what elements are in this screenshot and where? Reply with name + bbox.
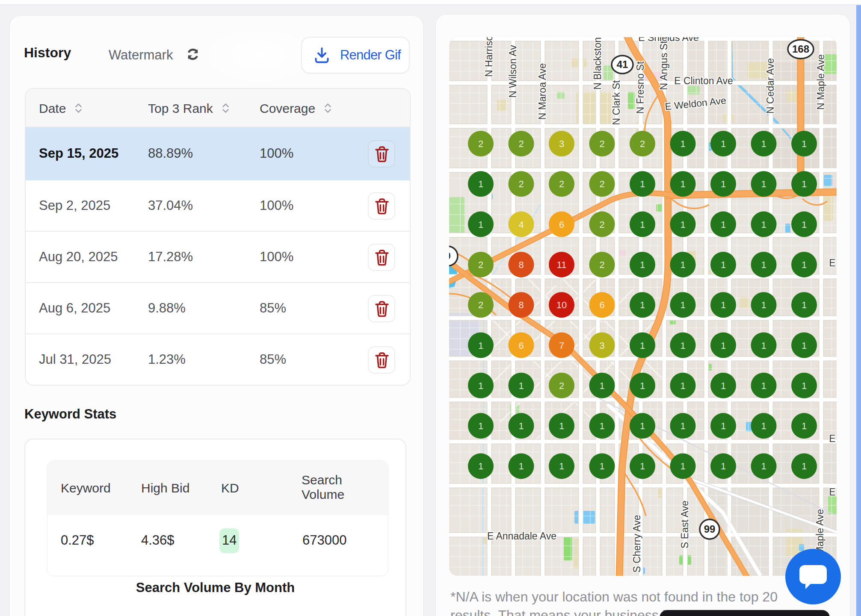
svg-text:6: 6 — [518, 340, 524, 351]
svg-text:1: 1 — [680, 259, 685, 270]
svg-text:S East Ave: S East Ave — [679, 501, 690, 548]
svg-text:1: 1 — [680, 340, 685, 351]
svg-text:1: 1 — [478, 380, 483, 391]
svg-text:E Clinton Ave: E Clinton Ave — [674, 75, 733, 86]
svg-text:8: 8 — [518, 300, 524, 310]
svg-text:E: E — [829, 433, 835, 444]
svg-text:1: 1 — [518, 380, 524, 391]
svg-text:N Clark St: N Clark St — [611, 80, 622, 125]
svg-text:3: 3 — [599, 340, 604, 351]
svg-text:10: 10 — [556, 300, 567, 310]
svg-text:2: 2 — [559, 179, 564, 189]
svg-text:1: 1 — [721, 219, 726, 230]
svg-text:2: 2 — [478, 300, 483, 310]
svg-text:2: 2 — [478, 259, 483, 270]
svg-text:1: 1 — [721, 380, 726, 391]
svg-text:1: 1 — [802, 179, 807, 189]
svg-text:2: 2 — [478, 139, 483, 149]
svg-text:E: E — [829, 486, 835, 498]
svg-text:1: 1 — [721, 179, 726, 189]
svg-text:S Cherry Ave: S Cherry Ave — [631, 515, 642, 572]
svg-text:2: 2 — [518, 179, 524, 189]
svg-text:168: 168 — [792, 43, 809, 55]
svg-text:1: 1 — [640, 300, 645, 310]
svg-text:1: 1 — [802, 300, 807, 310]
svg-text:2: 2 — [599, 219, 604, 230]
svg-text:1: 1 — [802, 219, 807, 230]
svg-text:1: 1 — [680, 421, 685, 431]
svg-text:1: 1 — [680, 300, 685, 310]
svg-text:1: 1 — [761, 340, 766, 351]
svg-text:1: 1 — [640, 380, 645, 391]
svg-text:N Maple Ave: N Maple Ave — [815, 54, 826, 110]
svg-text:11: 11 — [557, 259, 567, 270]
svg-text:1: 1 — [721, 139, 726, 149]
svg-text:1: 1 — [478, 179, 483, 189]
svg-text:1: 1 — [640, 219, 645, 230]
svg-text:1: 1 — [640, 421, 645, 431]
svg-text:E Shields Ave: E Shields Ave — [638, 37, 699, 43]
svg-text:1: 1 — [761, 461, 766, 472]
svg-text:1: 1 — [599, 380, 604, 391]
svg-text:2: 2 — [599, 139, 604, 149]
svg-text:1: 1 — [559, 461, 564, 472]
svg-text:1: 1 — [761, 380, 766, 391]
svg-text:1: 1 — [761, 259, 766, 270]
svg-text:N Fresno St: N Fresno St — [635, 61, 646, 114]
svg-text:E: E — [829, 257, 835, 268]
svg-text:1: 1 — [680, 380, 685, 391]
svg-text:1: 1 — [680, 179, 685, 189]
svg-text:1: 1 — [761, 421, 766, 431]
svg-text:1: 1 — [680, 139, 685, 149]
svg-text:N Angus St: N Angus St — [658, 41, 669, 90]
svg-text:N Blackstone: N Blackstone — [592, 37, 603, 90]
svg-text:1: 1 — [518, 461, 524, 472]
svg-text:1: 1 — [761, 219, 766, 230]
svg-text:41: 41 — [617, 59, 628, 70]
svg-text:1: 1 — [802, 259, 807, 270]
svg-text:1: 1 — [761, 179, 766, 189]
svg-text:1: 1 — [721, 340, 726, 351]
svg-text:1: 1 — [478, 461, 483, 472]
svg-text:1: 1 — [721, 259, 726, 270]
svg-text:N Maroa Ave: N Maroa Ave — [537, 63, 548, 120]
svg-text:1: 1 — [640, 461, 645, 472]
svg-text:N Harrison: N Harrison — [483, 37, 494, 77]
svg-text:1: 1 — [478, 340, 483, 351]
svg-text:1: 1 — [478, 219, 483, 230]
svg-text:1: 1 — [599, 421, 604, 431]
svg-text:1: 1 — [640, 179, 645, 189]
svg-text:2: 2 — [599, 179, 604, 189]
svg-text:1: 1 — [761, 139, 766, 149]
svg-text:1: 1 — [680, 461, 685, 472]
svg-text:1: 1 — [559, 421, 564, 431]
svg-text:1: 1 — [518, 421, 524, 431]
svg-text:1: 1 — [802, 421, 807, 431]
svg-text:E Annadale Ave: E Annadale Ave — [487, 531, 556, 542]
svg-text:8: 8 — [518, 259, 524, 270]
svg-text:2: 2 — [640, 139, 645, 149]
svg-text:6: 6 — [559, 219, 564, 230]
svg-text:9: 9 — [449, 250, 451, 262]
svg-text:1: 1 — [802, 461, 807, 472]
svg-text:N Wilson Av: N Wilson Av — [507, 45, 518, 98]
svg-text:1: 1 — [599, 461, 604, 472]
svg-text:1: 1 — [721, 300, 726, 310]
svg-text:1: 1 — [721, 421, 726, 431]
svg-text:6: 6 — [599, 300, 604, 310]
svg-text:1: 1 — [640, 259, 645, 270]
svg-text:7: 7 — [559, 340, 564, 351]
svg-text:99: 99 — [704, 523, 716, 535]
svg-text:2: 2 — [518, 139, 524, 149]
svg-text:1: 1 — [802, 380, 807, 391]
svg-text:1: 1 — [680, 219, 685, 230]
svg-text:1: 1 — [640, 340, 645, 351]
svg-text:2: 2 — [599, 259, 604, 270]
svg-text:3: 3 — [559, 139, 564, 149]
svg-text:1: 1 — [802, 340, 807, 351]
svg-text:1: 1 — [802, 139, 807, 149]
svg-text:1: 1 — [478, 421, 483, 431]
svg-text:1: 1 — [761, 300, 766, 310]
svg-text:N Cedar Ave: N Cedar Ave — [765, 58, 776, 114]
svg-text:4: 4 — [518, 219, 524, 230]
